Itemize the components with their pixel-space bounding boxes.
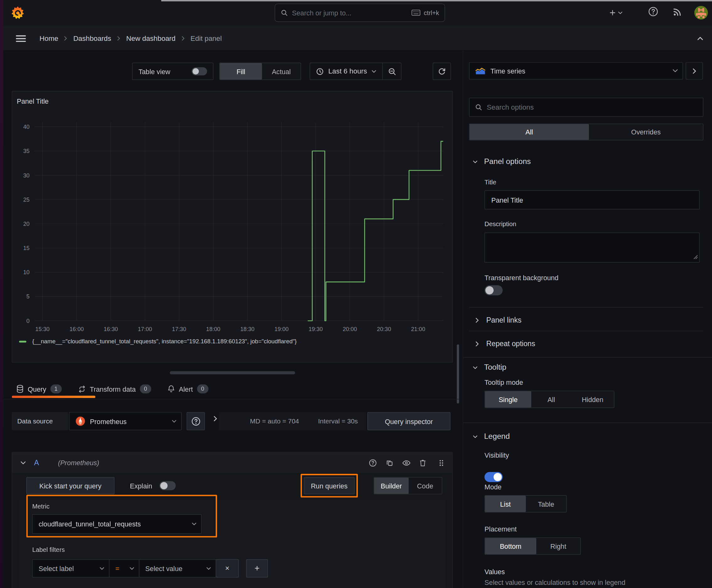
legend-mode-table[interactable]: Table bbox=[526, 496, 566, 512]
tooltip-mode-segment: Single All Hidden bbox=[484, 391, 614, 408]
panel-options-header[interactable]: Panel options bbox=[473, 157, 531, 166]
legend-series-name: {__name__="cloudflared_tunnel_total_requ… bbox=[33, 338, 297, 345]
global-search-input[interactable] bbox=[292, 9, 412, 17]
plus-icon bbox=[609, 9, 616, 16]
tab-overrides[interactable]: Overrides bbox=[589, 124, 703, 140]
visualization-picker[interactable]: Time series bbox=[469, 62, 683, 80]
tooltip-header[interactable]: Tooltip bbox=[473, 357, 506, 378]
database-icon bbox=[16, 385, 24, 393]
select-value-dropdown[interactable]: Select value bbox=[139, 560, 216, 578]
table-view-toggle[interactable] bbox=[192, 67, 207, 76]
news-rss-icon[interactable] bbox=[672, 7, 683, 17]
chart-legend[interactable]: {__name__="cloudflared_tunnel_total_requ… bbox=[19, 338, 297, 345]
new-button[interactable] bbox=[609, 6, 623, 19]
tooltip-mode-all[interactable]: All bbox=[531, 391, 571, 407]
datasource-picker[interactable]: Prometheus bbox=[69, 412, 182, 430]
query-row-header[interactable]: A (Prometheus) bbox=[12, 453, 452, 473]
panel-description-field[interactable] bbox=[484, 233, 700, 262]
run-queries-button[interactable]: Run queries bbox=[304, 477, 355, 495]
panel-links-section[interactable]: Panel links bbox=[475, 310, 703, 331]
query-builder-area: Metric cloudflared_tunnel_total_requests… bbox=[19, 498, 446, 588]
explain-label: Explain bbox=[130, 482, 152, 490]
metric-select[interactable]: cloudflared_tunnel_total_requests bbox=[33, 514, 202, 534]
panel-title-input[interactable] bbox=[491, 196, 693, 204]
tooltip-mode-label: Tooltip mode bbox=[484, 378, 523, 386]
all-overrides-tabs: All Overrides bbox=[469, 123, 703, 141]
svg-text:20: 20 bbox=[23, 221, 29, 227]
tab-alert[interactable]: Alert 0 bbox=[168, 384, 209, 394]
search-options-input[interactable] bbox=[487, 103, 697, 111]
chevron-down-icon bbox=[372, 70, 377, 73]
vertical-scrollbar-thumb[interactable] bbox=[457, 344, 459, 403]
chevron-down-icon[interactable] bbox=[20, 461, 26, 465]
tooltip-mode-single[interactable]: Single bbox=[485, 391, 532, 407]
builder-option[interactable]: Builder bbox=[374, 478, 408, 494]
tab-alert-label: Alert bbox=[179, 385, 193, 393]
time-range-picker[interactable]: Last 6 hours bbox=[310, 63, 382, 80]
toggle-visibility-eye-icon[interactable] bbox=[403, 460, 411, 465]
repeat-options-label: Repeat options bbox=[486, 340, 535, 348]
query-section-tabs: Query 1 Transform data 0 Alert 0 bbox=[16, 382, 208, 396]
legend-header[interactable]: Legend bbox=[473, 430, 510, 443]
delete-query-trash-icon[interactable] bbox=[419, 459, 426, 466]
remove-filter-button[interactable]: × bbox=[216, 560, 239, 578]
tab-query[interactable]: Query 1 bbox=[16, 384, 62, 394]
resize-corner-icon[interactable] bbox=[693, 253, 698, 261]
legend-placement-bottom[interactable]: Bottom bbox=[485, 538, 536, 554]
chevron-right-icon bbox=[475, 341, 479, 346]
tab-transform-badge: 0 bbox=[140, 384, 151, 394]
chevron-down-icon bbox=[473, 160, 478, 163]
explain-toggle[interactable] bbox=[159, 481, 176, 490]
add-filter-button[interactable]: + bbox=[246, 560, 268, 578]
search-options-box[interactable] bbox=[469, 98, 703, 117]
code-option[interactable]: Code bbox=[408, 478, 442, 494]
operator-dropdown[interactable]: = bbox=[109, 560, 139, 578]
zoom-out-time-icon[interactable] bbox=[383, 63, 401, 80]
fill-option[interactable]: Fill bbox=[220, 63, 262, 80]
legend-placement-right[interactable]: Right bbox=[536, 538, 580, 554]
repeat-options-section[interactable]: Repeat options bbox=[475, 334, 703, 355]
actual-option[interactable]: Actual bbox=[262, 63, 301, 80]
legend-mode-list[interactable]: List bbox=[485, 496, 526, 512]
svg-text:15:30: 15:30 bbox=[36, 326, 50, 332]
panel-description-input[interactable] bbox=[485, 233, 699, 262]
breadcrumb-home[interactable]: Home bbox=[40, 34, 58, 42]
breadcrumb-dashboards[interactable]: Dashboards bbox=[73, 34, 111, 42]
legend-mode-label: Mode bbox=[484, 483, 501, 491]
grafana-logo[interactable] bbox=[11, 6, 24, 19]
query-help-icon[interactable] bbox=[369, 459, 377, 467]
global-search-box[interactable]: ctrl+k bbox=[275, 4, 445, 22]
panel-title-field[interactable] bbox=[484, 190, 700, 210]
transparent-background-toggle[interactable] bbox=[484, 285, 503, 295]
query-inspector-button[interactable]: Query inspector bbox=[367, 412, 451, 430]
tab-query-label: Query bbox=[28, 385, 46, 393]
user-avatar[interactable] bbox=[694, 6, 708, 19]
select-value-placeholder: Select value bbox=[145, 564, 182, 572]
tooltip-heading: Tooltip bbox=[484, 363, 506, 372]
refresh-button[interactable] bbox=[433, 63, 451, 80]
help-icon[interactable] bbox=[648, 6, 658, 17]
drag-handle-icon[interactable] bbox=[438, 459, 444, 466]
svg-text:40: 40 bbox=[23, 124, 29, 130]
tab-transform-data[interactable]: Transform data 0 bbox=[78, 384, 151, 394]
tooltip-mode-hidden[interactable]: Hidden bbox=[571, 391, 614, 407]
breadcrumb-edit-panel: Edit panel bbox=[191, 34, 222, 42]
datasource-help-button[interactable] bbox=[187, 412, 205, 430]
duplicate-query-icon[interactable] bbox=[386, 459, 393, 466]
collapse-pane-chevron-up-icon[interactable] bbox=[697, 37, 703, 41]
datasource-label: Data source bbox=[12, 412, 68, 430]
kickstart-query-button[interactable]: Kick start your query bbox=[26, 477, 114, 495]
svg-text:35: 35 bbox=[23, 148, 29, 154]
legend-visibility-toggle[interactable] bbox=[484, 472, 503, 482]
tab-all[interactable]: All bbox=[470, 124, 589, 140]
svg-text:30: 30 bbox=[23, 172, 29, 179]
collapse-sidebar-chevron-icon[interactable] bbox=[686, 62, 703, 80]
svg-text:20:00: 20:00 bbox=[343, 326, 357, 332]
menu-hamburger-icon[interactable] bbox=[16, 35, 26, 42]
pane-resize-handle[interactable] bbox=[170, 371, 295, 374]
svg-text:18:30: 18:30 bbox=[240, 326, 254, 332]
search-shortcut-hint: ctrl+k bbox=[424, 9, 439, 16]
breadcrumb-new-dashboard[interactable]: New dashboard bbox=[126, 34, 175, 42]
expand-options-chevron-icon[interactable] bbox=[214, 416, 218, 422]
select-label-dropdown[interactable]: Select label bbox=[33, 560, 110, 578]
